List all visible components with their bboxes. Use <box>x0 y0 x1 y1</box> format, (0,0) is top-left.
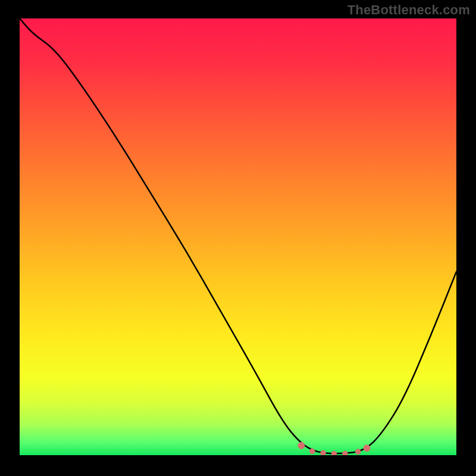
optimal-marker <box>364 445 370 452</box>
optimal-marker <box>298 442 305 449</box>
optimal-marker <box>309 449 315 454</box>
bottleneck-chart <box>0 0 476 476</box>
chart-frame: TheBottleneck.com <box>0 0 476 476</box>
watermark-text: TheBottleneck.com <box>347 2 470 18</box>
optimal-marker <box>343 451 348 456</box>
plot-background <box>20 18 456 455</box>
optimal-marker <box>331 451 337 456</box>
optimal-marker <box>356 449 361 455</box>
optimal-marker <box>321 450 326 456</box>
